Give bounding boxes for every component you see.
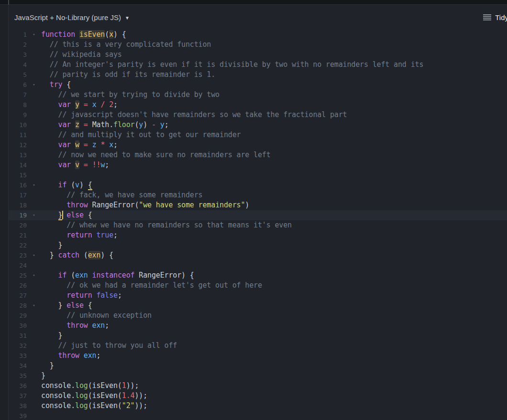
- code-editor[interactable]: 1▾function isEven(x) {2 // this is a ver…: [9, 30, 507, 420]
- line-number: 4: [9, 60, 27, 70]
- code-line[interactable]: 20 // whew we have no remainders so that…: [9, 220, 507, 230]
- gutter-spacer: [27, 150, 41, 160]
- code-text: // we start by trying to divide by two: [41, 90, 507, 100]
- code-text: throw RangeError("we have some remainder…: [41, 200, 507, 210]
- line-number: 19: [9, 210, 27, 220]
- language-selector[interactable]: JavaScript + No-Library (pure JS) ▼: [11, 11, 132, 23]
- code-line[interactable]: 33 throw exn;: [9, 351, 507, 361]
- code-line[interactable]: 18 throw RangeError("we have some remain…: [9, 200, 507, 210]
- code-text: }: [41, 371, 507, 381]
- code-line[interactable]: 26 // ok we had a remainder let's get ou…: [9, 280, 507, 291]
- gutter-spacer: [27, 401, 41, 411]
- line-number: 26: [9, 280, 27, 291]
- code-text: throw exn;: [41, 321, 507, 331]
- code-text: var z = Math.floor(y) - y;: [41, 120, 507, 130]
- panel-resize-handle[interactable]: [0, 5, 9, 420]
- code-text: // just to throw you all off: [41, 341, 507, 351]
- code-line[interactable]: 4 // An integer's parity is even if it i…: [9, 60, 507, 70]
- fold-arrow-icon[interactable]: ▾: [27, 80, 41, 90]
- code-line[interactable]: 22 }: [9, 240, 507, 250]
- code-line[interactable]: 17 // fack, we have some remainders: [9, 190, 507, 200]
- gutter-spacer: [27, 260, 41, 270]
- code-line[interactable]: 13 // now we need to make sure no remain…: [9, 150, 507, 160]
- code-line[interactable]: 15: [9, 170, 507, 180]
- code-text: // this is a very complicated function: [41, 40, 507, 50]
- code-line[interactable]: 23▾ } catch (exn) {: [9, 250, 507, 260]
- code-line[interactable]: 14 var v = !!w;: [9, 160, 507, 170]
- language-selector-label: JavaScript + No-Library (pure JS): [14, 13, 121, 22]
- code-line[interactable]: 6▾ try {: [9, 80, 507, 90]
- code-line[interactable]: 24: [9, 260, 507, 270]
- code-text: }: [41, 331, 507, 341]
- code-line[interactable]: 16▾ if (v) {: [9, 180, 507, 190]
- gutter-spacer: [27, 371, 41, 381]
- code-line[interactable]: 29 // unknown exception: [9, 311, 507, 321]
- code-text: [41, 411, 507, 420]
- code-line[interactable]: 5 // parity is odd if its remainder is 1…: [9, 70, 507, 80]
- code-line[interactable]: 34 }: [9, 361, 507, 371]
- fold-arrow-icon[interactable]: ▾: [27, 301, 41, 311]
- code-line[interactable]: 12 var w = z * x;: [9, 140, 507, 150]
- gutter-spacer: [27, 280, 41, 291]
- code-line[interactable]: 36console.log(isEven(1));: [9, 381, 507, 391]
- fold-arrow-icon[interactable]: ▾: [27, 30, 41, 40]
- line-number: 14: [9, 160, 27, 170]
- line-number: 7: [9, 90, 27, 100]
- gutter-spacer: [27, 40, 41, 50]
- code-text: return true;: [41, 230, 507, 240]
- code-line[interactable]: 32 // just to throw you all off: [9, 341, 507, 351]
- code-text: } else {: [41, 210, 507, 220]
- gutter-spacer: [27, 341, 41, 351]
- gutter-spacer: [27, 200, 41, 210]
- top-divider: [0, 0, 507, 5]
- line-number: 31: [9, 331, 27, 341]
- gutter-spacer: [27, 70, 41, 80]
- gutter-spacer: [27, 170, 41, 180]
- code-line[interactable]: 10 var z = Math.floor(y) - y;: [9, 120, 507, 130]
- line-number: 22: [9, 240, 27, 250]
- code-line[interactable]: 3 // wikipedia says: [9, 50, 507, 60]
- code-text: // parity is odd if its remainder is 1.: [41, 70, 507, 80]
- code-text: // ok we had a remainder let's get out o…: [41, 280, 507, 291]
- fold-arrow-icon[interactable]: ▾: [27, 250, 41, 260]
- fold-arrow-icon[interactable]: ▾: [27, 210, 41, 220]
- code-line[interactable]: 1▾function isEven(x) {: [9, 30, 507, 40]
- gutter-spacer: [27, 381, 41, 391]
- code-line[interactable]: 31 }: [9, 331, 507, 341]
- code-line[interactable]: 21 return true;: [9, 230, 507, 240]
- gutter-spacer: [27, 160, 41, 170]
- code-line[interactable]: 25▾ if (exn instanceof RangeError) {: [9, 270, 507, 280]
- code-line[interactable]: 8 var y = x / 2;: [9, 100, 507, 110]
- code-text: // fack, we have some remainders: [41, 190, 507, 200]
- code-text: } catch (exn) {: [41, 250, 507, 260]
- code-line[interactable]: 2 // this is a very complicated function: [9, 40, 507, 50]
- gutter-spacer: [27, 361, 41, 371]
- code-line[interactable]: 39: [9, 411, 507, 420]
- code-text: } else {: [41, 301, 507, 311]
- code-line[interactable]: 35}: [9, 371, 507, 381]
- code-text: // and multiply it out to get our remain…: [41, 130, 507, 140]
- code-line[interactable]: 19▾ } else {: [9, 210, 507, 220]
- code-line[interactable]: 37console.log(isEven(1.4));: [9, 391, 507, 401]
- line-number: 16: [9, 180, 27, 190]
- fold-arrow-icon[interactable]: ▾: [27, 180, 41, 190]
- code-text: return false;: [41, 291, 507, 301]
- code-line[interactable]: 28▾ } else {: [9, 301, 507, 311]
- code-line[interactable]: 27 return false;: [9, 291, 507, 301]
- code-line[interactable]: 30 throw exn;: [9, 321, 507, 331]
- panel-splitter-handle[interactable]: [8, 0, 9, 5]
- code-text: // unknown exception: [41, 311, 507, 321]
- tidy-button[interactable]: Tidy: [483, 5, 507, 30]
- code-line[interactable]: 7 // we start by trying to divide by two: [9, 90, 507, 100]
- line-number: 18: [9, 200, 27, 210]
- code-line[interactable]: 11 // and multiply it out to get our rem…: [9, 130, 507, 140]
- line-number: 12: [9, 140, 27, 150]
- line-number: 21: [9, 230, 27, 240]
- fold-arrow-icon[interactable]: ▾: [27, 270, 41, 280]
- code-text: if (v) {: [41, 180, 507, 190]
- code-line[interactable]: 38console.log(isEven("2"));: [9, 401, 507, 411]
- caret-down-icon: ▼: [125, 15, 130, 21]
- gutter-spacer: [27, 321, 41, 331]
- code-line[interactable]: 9 // javascript doesn't have remainders …: [9, 110, 507, 120]
- gutter-spacer: [27, 220, 41, 230]
